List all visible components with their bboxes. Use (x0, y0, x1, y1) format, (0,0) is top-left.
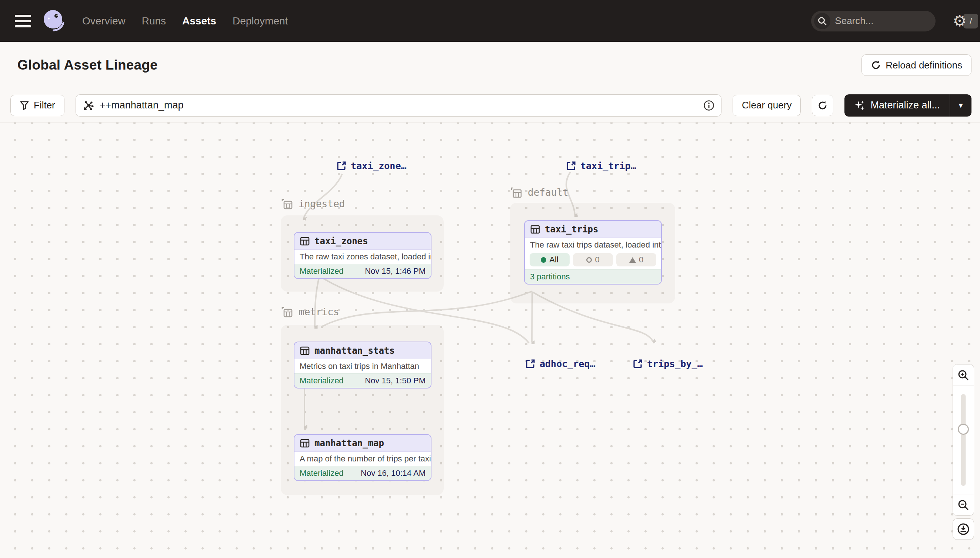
failed-triangle-icon (629, 257, 636, 263)
table-icon (300, 346, 310, 356)
table-icon (300, 236, 310, 246)
external-asset-taxi-trip[interactable]: taxi_trip… (566, 161, 636, 171)
group-label-ingested[interactable]: ingested (281, 198, 345, 210)
reload-definitions-button[interactable]: Reload definitions (861, 54, 972, 76)
group-icon (510, 186, 522, 199)
download-image-button[interactable] (953, 519, 974, 540)
lineage-canvas[interactable]: ingested default metrics taxi_zone… (0, 123, 980, 558)
global-search[interactable]: / (811, 11, 936, 31)
query-input[interactable] (94, 100, 703, 111)
info-icon[interactable] (703, 100, 715, 111)
funnel-icon (20, 101, 29, 110)
materialize-all-button[interactable]: Materialize all... ▾ (845, 94, 972, 117)
success-dot-icon (541, 257, 546, 263)
external-link-icon (566, 161, 576, 171)
status-badge: Materialized (300, 376, 344, 386)
partitions-missing-badge[interactable]: 0 (573, 253, 613, 266)
zoom-in-icon (957, 369, 969, 381)
filter-button[interactable]: Filter (10, 95, 64, 116)
external-link-icon (525, 359, 535, 369)
asset-node-manhattan-map[interactable]: manhattan_map A map of the number of tri… (294, 434, 432, 481)
partition-health-badges: All 0 0 (525, 252, 661, 269)
group-icon (281, 306, 293, 318)
top-nav: Overview Runs Assets Deployment / ⚙ (0, 0, 980, 42)
materialize-dropdown-caret[interactable]: ▾ (950, 94, 972, 117)
external-link-icon (336, 161, 346, 171)
materialization-timestamp[interactable]: Nov 15, 1:50 PM (365, 376, 425, 386)
dagster-logo-icon[interactable] (41, 9, 66, 33)
download-icon (957, 522, 970, 536)
asset-description: The raw taxi trips dataset, loaded into … (525, 238, 661, 252)
external-link-icon (632, 359, 642, 369)
nav-item-overview[interactable]: Overview (82, 15, 125, 27)
lineage-edges (0, 123, 980, 558)
table-icon (300, 438, 310, 448)
asset-name: manhattan_stats (315, 346, 395, 356)
group-icon (281, 198, 293, 210)
settings-gear-icon[interactable]: ⚙ (953, 13, 967, 29)
materialization-timestamp[interactable]: Nov 15, 1:46 PM (365, 266, 425, 276)
reload-icon (871, 60, 881, 70)
op-selector-icon (82, 100, 94, 112)
external-asset-taxi-zone[interactable]: taxi_zone… (336, 161, 407, 171)
zoom-out-icon (957, 499, 969, 511)
menu-icon[interactable] (15, 15, 31, 27)
partitions-count[interactable]: 3 partitions (530, 272, 570, 282)
asset-node-taxi-trips[interactable]: taxi_trips The raw taxi trips dataset, l… (524, 220, 662, 284)
asset-name: taxi_trips (545, 224, 598, 235)
external-asset-trips-by[interactable]: trips_by_… (632, 359, 703, 369)
refresh-icon (817, 100, 828, 111)
nav-item-assets[interactable]: Assets (182, 15, 216, 27)
asset-name: taxi_zones (315, 236, 368, 246)
lineage-toolbar: Filter Clear query (0, 89, 980, 123)
table-icon (530, 224, 540, 235)
status-badge: Materialized (300, 468, 344, 478)
asset-description: Metrics on taxi trips in Manhattan (295, 359, 431, 373)
group-label-metrics[interactable]: metrics (281, 306, 339, 318)
nav-item-deployment[interactable]: Deployment (232, 15, 288, 27)
refresh-button[interactable] (812, 95, 833, 116)
external-asset-adhoc-request[interactable]: adhoc_req… (525, 359, 596, 369)
missing-ring-icon (586, 257, 592, 263)
clear-query-button[interactable]: Clear query (733, 95, 801, 116)
main-nav: Overview Runs Assets Deployment (82, 15, 288, 27)
asset-description: A map of the number of trips per taxi z.… (295, 452, 431, 466)
sparkle-icon (854, 100, 865, 111)
status-badge: Materialized (300, 266, 344, 276)
asset-description: The raw taxi zones dataset, loaded int..… (295, 250, 431, 264)
page-header: Global Asset Lineage Reload definitions (0, 42, 980, 89)
partitions-failed-badge[interactable]: 0 (616, 253, 656, 266)
zoom-slider[interactable] (953, 386, 974, 494)
materialization-timestamp[interactable]: Nov 16, 10:14 AM (361, 468, 425, 478)
search-input[interactable] (830, 15, 964, 27)
nav-item-runs[interactable]: Runs (142, 15, 166, 27)
page-title: Global Asset Lineage (17, 57, 158, 73)
zoom-out-button[interactable] (953, 494, 974, 515)
zoom-slider-thumb[interactable] (958, 424, 969, 435)
search-icon (814, 13, 830, 29)
asset-node-manhattan-stats[interactable]: manhattan_stats Metrics on taxi trips in… (294, 341, 432, 389)
partitions-all-badge[interactable]: All (530, 253, 570, 266)
zoom-controls (953, 364, 974, 540)
asset-node-taxi-zones[interactable]: taxi_zones The raw taxi zones dataset, l… (294, 232, 432, 279)
asset-selection-input[interactable] (76, 94, 721, 117)
group-label-default[interactable]: default (510, 186, 568, 199)
zoom-in-button[interactable] (953, 364, 974, 386)
asset-name: manhattan_map (315, 438, 384, 448)
